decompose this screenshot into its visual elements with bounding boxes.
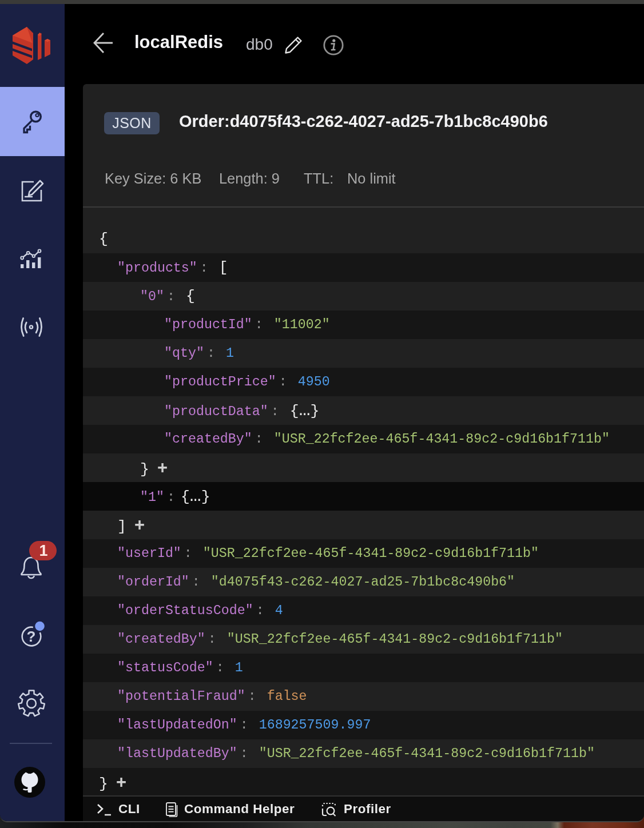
svg-text:1: 1 — [39, 542, 47, 559]
svg-text:?: ? — [27, 628, 36, 645]
